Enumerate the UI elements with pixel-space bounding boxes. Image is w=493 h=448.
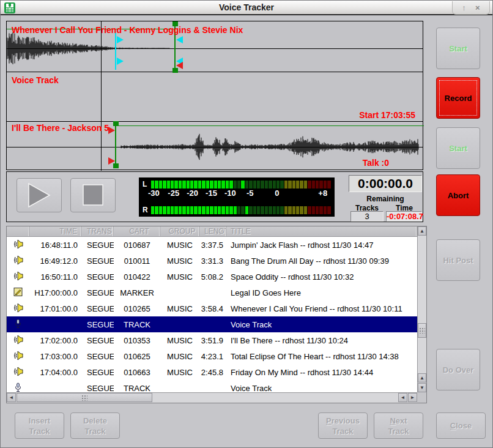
meter-segment <box>292 181 295 189</box>
scroll-down-icon[interactable]: ▼ <box>418 383 426 392</box>
log-rows: 16:48:11.0SEGUE010687MUSIC3:37.5Jumpin' … <box>7 237 417 392</box>
previous-track-button[interactable]: PreviousTrack <box>318 413 368 439</box>
track3-start-line[interactable] <box>115 124 116 167</box>
vertical-scroll-thumb[interactable] <box>418 323 426 338</box>
cell-trans: SEGUE <box>81 320 114 329</box>
scroll-up-icon[interactable]: ▲ <box>418 226 426 236</box>
track1-fade-marker[interactable] <box>176 62 183 69</box>
meter-segment <box>276 206 280 214</box>
track2-title: Voice Track <box>12 75 59 85</box>
log-table: TIMETRANSCARTGROUPLENGTHTITLE 16:48:11.0… <box>6 226 427 403</box>
cell-trans: SEGUE <box>81 241 114 250</box>
cell-time: 17:04:00.0 <box>29 368 81 377</box>
meter-segment <box>296 206 299 214</box>
cell-title: Total Eclipse Of The Heart -- rdhost 11/… <box>226 352 417 361</box>
start-track3-button[interactable]: Start <box>436 127 480 169</box>
meter-segment <box>319 206 322 214</box>
cell-cart: 010422 <box>114 272 160 282</box>
scroll-right-icon[interactable]: ► <box>408 393 417 402</box>
track3-fade-marker-bottom[interactable] <box>108 157 115 165</box>
stop-button[interactable] <box>70 178 116 212</box>
log-row-selected[interactable]: SEGUETRACKVoice Track <box>7 316 417 332</box>
log-row[interactable]: 16:49:12.0SEGUE010011MUSIC3:31.3Bang The… <box>7 253 417 269</box>
meter-segment <box>174 206 177 214</box>
cell-time: 17:03:00.0 <box>29 352 81 361</box>
titlebar[interactable]: Voice Tracker ↑ × <box>1 1 492 15</box>
log-row[interactable]: 17:01:00.0SEGUE010265MUSIC3:58.4Whenever… <box>7 301 417 316</box>
cell-cart: 010663 <box>114 368 160 377</box>
meter-segment <box>249 181 252 189</box>
meter-segment <box>187 181 190 189</box>
next-track-button[interactable]: NextTrack <box>374 413 423 439</box>
track3-start-handle-top[interactable] <box>113 121 119 126</box>
log-row[interactable]: 17:02:00.0SEGUE010353MUSIC3:51.9I'll Be … <box>7 332 417 348</box>
scroll-left-icon[interactable]: ◄ <box>7 393 16 402</box>
meter-segment <box>221 206 224 214</box>
vertical-scrollbar[interactable]: ▲ ▲ ▼ <box>417 226 426 392</box>
cell-length: 3:37.5 <box>199 241 226 250</box>
abort-button[interactable]: Abort <box>436 174 480 216</box>
meter-segment <box>288 181 291 189</box>
meter-segment <box>304 181 307 189</box>
record-button[interactable]: Record <box>436 77 480 119</box>
meter-segment <box>163 181 166 189</box>
meter-segment <box>300 206 303 214</box>
window-title: Voice Tracker <box>1 2 492 12</box>
log-row[interactable]: 17:04:00.0SEGUE010663MUSIC2:45.8Friday O… <box>7 364 417 380</box>
transport-panel: L -30-25-20-15-10-50+8 R 0:00:00.0 Remai… <box>6 171 423 222</box>
track3-fade-marker-top[interactable] <box>108 127 115 134</box>
remaining-title: Remaining <box>349 195 422 203</box>
track1-talk-marker-bottom[interactable] <box>117 58 124 65</box>
track1-talk-marker-top[interactable] <box>117 36 124 43</box>
play-button[interactable] <box>17 178 62 212</box>
do-over-button[interactable]: Do Over <box>436 349 480 390</box>
track1-talk-line[interactable] <box>115 30 116 70</box>
hit-post-button[interactable]: Hit Post <box>436 239 480 281</box>
cell-time: 17:01:00.0 <box>29 304 81 313</box>
track-panel[interactable]: Whenever I Call You Friend - Kenny Loggi… <box>6 21 423 170</box>
window-controls: ↑ × <box>452 1 490 15</box>
insert-track-button[interactable]: InsertTrack <box>15 413 64 439</box>
column-header-length: LENGTH <box>199 226 226 236</box>
meter-right-channel: R <box>143 206 331 214</box>
meter-segment <box>319 181 322 189</box>
log-row[interactable]: H17:00:00.0SEGUEMARKERLegal ID Goes Here <box>7 285 417 301</box>
meter-segment <box>261 181 264 189</box>
meter-segment <box>273 181 276 189</box>
cell-length: 2:45.8 <box>199 368 226 377</box>
speaker-icon <box>7 367 29 378</box>
horizontal-scrollbar[interactable]: ◄ ◄ ► <box>7 392 417 403</box>
log-row[interactable]: 16:50:11.0SEGUE010422MUSIC5:08.2Space Od… <box>7 269 417 285</box>
close-button[interactable]: Close <box>436 413 486 439</box>
column-header-time: TIME <box>29 226 81 236</box>
horizontal-scroll-thumb[interactable] <box>17 393 152 402</box>
delete-track-button[interactable]: DeleteTrack <box>70 413 120 439</box>
scroll-left2-icon[interactable]: ◄ <box>398 393 407 402</box>
meter-right-label: R <box>143 206 151 214</box>
start-track1-button[interactable]: Start <box>436 28 480 69</box>
cell-cart: TRACK <box>114 384 160 393</box>
meter-scale-label: +8 <box>318 189 327 198</box>
log-row[interactable]: SEGUETRACKVoice Track <box>7 380 417 392</box>
meter-scale-label: -10 <box>224 189 236 198</box>
speaker-icon <box>7 271 29 283</box>
log-row[interactable]: 17:03:00.0SEGUE010625MUSIC4:23.1Total Ec… <box>7 348 417 364</box>
meter-segment <box>308 181 311 189</box>
track-separator <box>7 121 423 122</box>
cell-group: MUSIC <box>160 272 199 282</box>
scroll-up2-icon[interactable]: ▲ <box>418 373 426 383</box>
cell-trans: SEGUE <box>81 368 114 377</box>
shade-window-icon[interactable]: ↑ <box>462 2 466 14</box>
play-icon <box>27 182 51 208</box>
voice-tracker-window: Voice Tracker ↑ × Whenever I C <box>0 0 493 448</box>
track1-end-marker-top[interactable] <box>176 36 183 43</box>
meter-scale-label: -25 <box>168 189 179 198</box>
cell-trans: SEGUE <box>81 256 114 266</box>
meter-segment <box>324 181 327 189</box>
track3-talk-label: Talk :0 <box>363 158 389 168</box>
cell-trans: SEGUE <box>81 272 114 282</box>
close-window-icon[interactable]: × <box>475 2 480 14</box>
cell-group: MUSIC <box>160 256 199 266</box>
mic-icon <box>7 383 29 393</box>
log-row[interactable]: 16:48:11.0SEGUE010687MUSIC3:37.5Jumpin' … <box>7 237 417 253</box>
